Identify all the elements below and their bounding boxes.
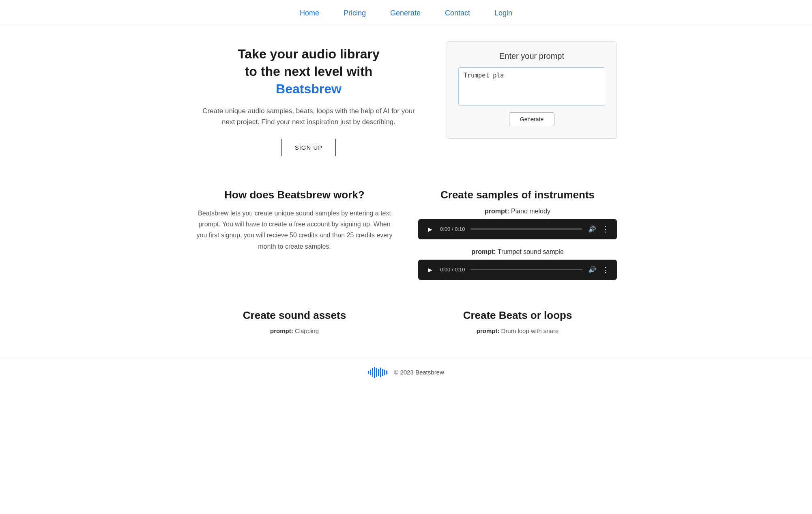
time-display-1: 0:00 / 0:10 xyxy=(440,226,465,232)
hero-description: Create unique audio samples, beats, loop… xyxy=(195,105,422,127)
more-button-1[interactable]: ⋮ xyxy=(602,225,610,234)
volume-button-1[interactable]: 🔊 xyxy=(588,225,596,233)
nav-contact[interactable]: Contact xyxy=(445,9,470,17)
how-description: Beatsbrew lets you create unique sound s… xyxy=(195,208,394,252)
signup-button[interactable]: SIGN UP xyxy=(281,139,336,156)
prompt1-label: prompt: Piano melody xyxy=(418,208,617,215)
audio-player-2-wrap: ▶ 0:00 / 0:10 🔊 ⋮ xyxy=(418,260,617,280)
waveform-icon xyxy=(368,366,387,379)
footer-copyright: © 2023 Beatsbrew xyxy=(394,369,444,376)
audio-player-1-wrap: ▶ 0:00 / 0:10 🔊 ⋮ xyxy=(418,219,617,239)
play-button-2[interactable]: ▶ xyxy=(425,265,434,274)
prompt-box: Enter your prompt Trumpet pla Generate xyxy=(447,41,617,139)
bottom-sections: Create sound assets prompt: Clapping Cre… xyxy=(163,305,649,346)
brand-name: Beatsbrew xyxy=(276,82,342,96)
main-nav: Home Pricing Generate Contact Login xyxy=(0,0,812,25)
volume-button-2[interactable]: 🔊 xyxy=(588,266,596,273)
beats-prompt-label: prompt: Drum loop with snare xyxy=(418,327,617,334)
play-button-1[interactable]: ▶ xyxy=(425,225,434,234)
sound-assets-section: Create sound assets prompt: Clapping xyxy=(195,309,394,338)
audio-player-1: ▶ 0:00 / 0:10 🔊 ⋮ xyxy=(418,219,617,239)
instruments-heading: Create samples of instruments xyxy=(418,189,617,201)
prompt1-value: Piano melody xyxy=(511,208,550,215)
audio-player-2: ▶ 0:00 / 0:10 🔊 ⋮ xyxy=(418,260,617,280)
instruments-section: Create samples of instruments prompt: Pi… xyxy=(418,189,617,289)
more-button-2[interactable]: ⋮ xyxy=(602,265,610,274)
footer: © 2023 Beatsbrew xyxy=(0,358,812,387)
nav-login[interactable]: Login xyxy=(494,9,512,17)
hero-section: Take your audio library to the next leve… xyxy=(163,25,649,176)
nav-generate[interactable]: Generate xyxy=(390,9,421,17)
hero-heading: Take your audio library to the next leve… xyxy=(195,45,422,98)
prompt-textarea[interactable]: Trumpet pla xyxy=(458,67,605,106)
how-section: How does Beatsbrew work? Beatsbrew lets … xyxy=(195,189,394,289)
middle-sections: How does Beatsbrew work? Beatsbrew lets … xyxy=(163,176,649,305)
prompt-box-title: Enter your prompt xyxy=(499,52,564,61)
footer-logo xyxy=(368,366,387,379)
hero-left: Take your audio library to the next leve… xyxy=(195,41,422,156)
nav-home[interactable]: Home xyxy=(300,9,319,17)
prompt2-label: prompt: Trumpet sound sample xyxy=(418,248,617,256)
sound-assets-heading: Create sound assets xyxy=(195,309,394,322)
beats-section: Create Beats or loops prompt: Drum loop … xyxy=(418,309,617,338)
how-heading: How does Beatsbrew work? xyxy=(195,189,394,201)
beats-prompt-value: Drum loop with snare xyxy=(501,327,559,334)
sound-assets-prompt-value: Clapping xyxy=(295,327,319,334)
progress-bar-2[interactable] xyxy=(470,269,582,270)
generate-button[interactable]: Generate xyxy=(509,112,554,126)
time-display-2: 0:00 / 0:10 xyxy=(440,267,465,273)
progress-bar-1[interactable] xyxy=(470,228,582,230)
prompt2-value: Trumpet sound sample xyxy=(498,248,564,255)
sound-assets-prompt-label: prompt: Clapping xyxy=(195,327,394,334)
beats-heading: Create Beats or loops xyxy=(418,309,617,322)
nav-pricing[interactable]: Pricing xyxy=(344,9,366,17)
